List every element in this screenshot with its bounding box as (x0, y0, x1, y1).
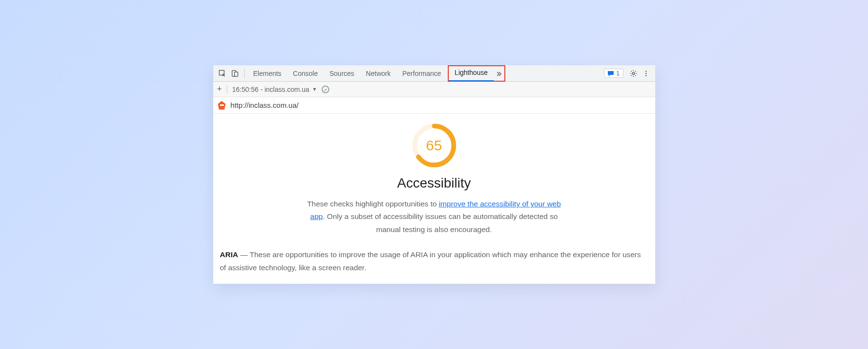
tab-lighthouse[interactable]: Lighthouse (449, 65, 494, 82)
report-selector[interactable]: 16:50:56 - inclass.com.ua ▼ (232, 86, 317, 93)
desc-suffix: . Only a subset of accessibility issues … (323, 212, 558, 233)
tabbar-divider (244, 69, 245, 78)
tab-sources[interactable]: Sources (324, 65, 360, 82)
tab-lighthouse-highlight: Lighthouse (448, 65, 505, 82)
category-title: Accessibility (397, 175, 471, 191)
aria-group: ARIA — These are opportunities to improv… (220, 248, 648, 274)
svg-point-6 (645, 75, 647, 76)
kebab-menu-icon[interactable] (640, 67, 652, 80)
issues-count: 1 (616, 70, 619, 77)
chevron-down-icon: ▼ (312, 87, 317, 92)
lighthouse-report: 65 Accessibility These checks highlight … (213, 114, 655, 284)
tab-console[interactable]: Console (287, 65, 324, 82)
report-url-bar: http://inclass.com.ua/ (213, 97, 655, 114)
svg-point-3 (632, 72, 634, 74)
tab-performance[interactable]: Performance (397, 65, 447, 82)
svg-point-5 (645, 73, 647, 74)
svg-rect-2 (235, 72, 238, 76)
svg-point-4 (645, 71, 647, 72)
lighthouse-toolbar: + 16:50:56 - inclass.com.ua ▼ (213, 82, 655, 97)
clear-report-icon[interactable] (322, 86, 329, 93)
toolbar-divider (227, 85, 227, 94)
category-description: These checks highlight opportunities to … (304, 198, 565, 236)
settings-gear-icon[interactable] (627, 67, 640, 80)
devtools-window: Elements Console Sources Network Perform… (213, 65, 655, 284)
lighthouse-logo-icon (218, 101, 226, 110)
score-gauge: 65 (411, 122, 457, 169)
aria-sep: — (238, 250, 250, 259)
aria-label: ARIA (220, 250, 238, 259)
message-icon (607, 70, 614, 77)
score-value: 65 (411, 122, 457, 169)
inspect-element-icon[interactable] (216, 67, 229, 80)
more-tabs-icon[interactable] (494, 67, 504, 80)
issues-badge[interactable]: 1 (604, 69, 623, 78)
tab-elements[interactable]: Elements (248, 65, 287, 82)
device-toggle-icon[interactable] (229, 67, 241, 80)
devtools-tabbar: Elements Console Sources Network Perform… (213, 65, 655, 82)
new-report-button[interactable]: + (217, 84, 222, 94)
report-url: http://inclass.com.ua/ (231, 101, 299, 109)
accessibility-gauge: 65 Accessibility These checks highlight … (220, 122, 648, 236)
report-selector-label: 16:50:56 - inclass.com.ua (232, 86, 309, 93)
aria-text: These are opportunities to improve the u… (220, 250, 641, 271)
desc-prefix: These checks highlight opportunities to (307, 200, 439, 208)
tab-network[interactable]: Network (360, 65, 397, 82)
